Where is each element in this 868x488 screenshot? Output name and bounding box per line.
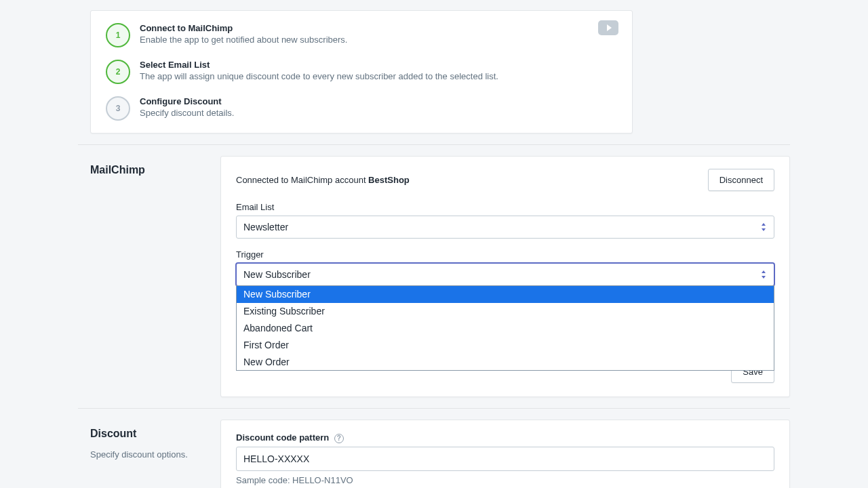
trigger-label: Trigger [236,249,774,260]
step-number-badge: 1 [106,23,130,47]
trigger-option[interactable]: Abandoned Cart [237,320,774,337]
step-3: 3 Configure Discount Specify discount de… [106,96,617,121]
select-caret-icon [760,222,767,232]
connected-status: Connected to MailChimp account BestShop [236,175,410,185]
step-desc: Specify discount details. [140,108,234,118]
step-title: Connect to MailChimp [140,23,347,33]
trigger-option[interactable]: New Subscriber [237,286,774,303]
account-name: BestShop [368,175,410,185]
discount-card: Discount code pattern ? Sample code: HEL… [220,420,790,488]
step-number-badge: 2 [106,60,130,84]
step-desc: Enable the app to get notified about new… [140,35,347,45]
step-title: Configure Discount [140,96,234,106]
sample-code-text: Sample code: HELLO-N11VO [236,475,774,485]
trigger-value: New Subscriber [243,269,311,280]
step-2: 2 Select Email List The app will assign … [106,60,617,84]
step-title: Select Email List [140,60,498,70]
trigger-select[interactable]: New Subscriber New Subscriber Existing S… [236,263,774,286]
trigger-option[interactable]: New Order [237,354,774,371]
mailchimp-card: Connected to MailChimp account BestShop … [220,156,790,397]
discount-pattern-label: Discount code pattern ? [236,432,774,443]
select-caret-icon [760,270,767,279]
section-title: MailChimp [90,164,220,176]
email-list-select[interactable]: Newsletter [236,216,774,239]
trigger-dropdown: New Subscriber Existing Subscriber Aband… [236,285,774,371]
section-desc: Specify discount options. [90,448,220,462]
discount-pattern-label-text: Discount code pattern [236,432,329,443]
section-title: Discount [90,428,220,440]
youtube-icon[interactable] [598,20,618,35]
onboarding-steps-card: 1 Connect to MailChimp Enable the app to… [90,10,633,134]
trigger-option[interactable]: First Order [237,337,774,354]
email-list-label: Email List [236,202,774,212]
connected-prefix: Connected to MailChimp account [236,175,368,185]
trigger-option[interactable]: Existing Subscriber [237,303,774,320]
email-list-value: Newsletter [243,222,288,232]
discount-section: Discount Specify discount options. Disco… [78,409,790,488]
mailchimp-section: MailChimp Connected to MailChimp account… [78,145,790,408]
disconnect-button[interactable]: Disconnect [708,169,774,191]
step-number-badge: 3 [106,96,130,121]
step-desc: The app will assign unique discount code… [140,71,498,81]
help-icon[interactable]: ? [334,434,344,443]
step-1: 1 Connect to MailChimp Enable the app to… [106,23,617,47]
discount-pattern-input[interactable] [236,447,774,471]
